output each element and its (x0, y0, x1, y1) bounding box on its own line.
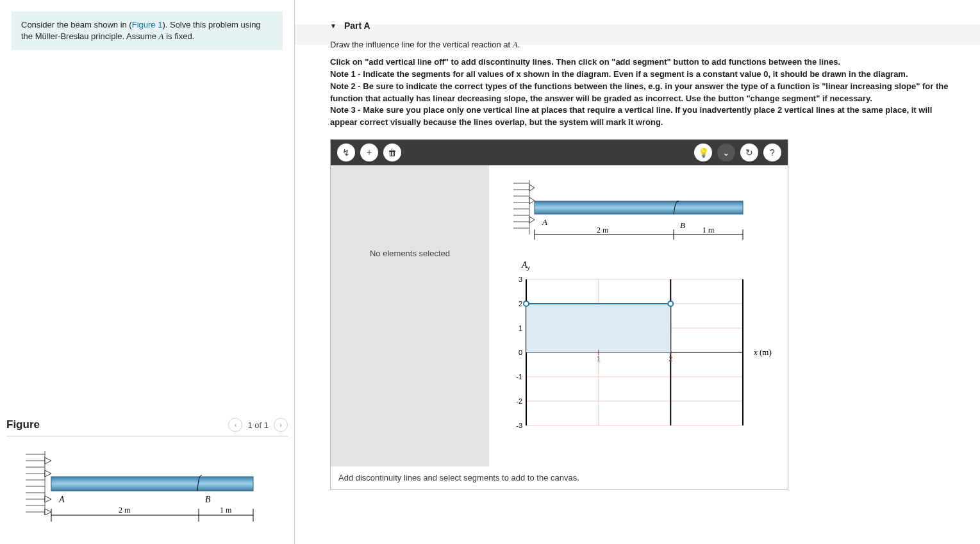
svg-marker-30 (529, 185, 535, 191)
drawing-canvas-frame: ↯ ＋ 🗑 💡 ⌄ ↻ ? No elements selected (330, 139, 788, 490)
problem-text-1: Consider the beam shown in ( (21, 20, 132, 29)
svg-text:1: 1 (519, 324, 522, 332)
instr-note3: Note 3 - Make sure you place only one ve… (330, 104, 961, 129)
part-label: Part A (344, 21, 370, 31)
svg-text:3: 3 (519, 276, 522, 283)
svg-point-57 (668, 301, 673, 306)
beam-label-A: A (58, 495, 65, 504)
svg-text:2: 2 (519, 300, 522, 308)
canvas-dim-2m: 2 m (597, 226, 609, 235)
canvas-beam-A: A (542, 217, 547, 227)
beam-figure-left: A B 2 m 1 m (6, 448, 256, 538)
figure-link[interactable]: Figure 1 (132, 20, 163, 29)
graph-xlabel: x (m) (753, 347, 772, 357)
canvas-beam-B: B (680, 220, 685, 230)
instr-note2: Note 2 - Be sure to indicate the correct… (330, 81, 961, 105)
canvas-toolbar: ↯ ＋ 🗑 💡 ⌄ ↻ ? (331, 140, 788, 165)
svg-text:0: 0 (519, 349, 522, 356)
svg-rect-54 (526, 304, 670, 352)
prompt-var: A (513, 40, 518, 49)
part-collapse-icon[interactable]: ▼ (330, 22, 336, 29)
figure-title: Figure (6, 418, 40, 431)
tool-help-button[interactable]: ? (763, 144, 781, 161)
svg-text:2: 2 (669, 355, 672, 363)
tool-select-button[interactable]: ↯ (337, 144, 355, 161)
svg-rect-33 (535, 201, 743, 214)
canvas-dim-1m: 1 m (702, 226, 715, 235)
graph-and-beam: A B 2 m 1 m Ay (494, 170, 783, 465)
dim-1m-left: 1 m (220, 506, 232, 515)
tool-expand-button[interactable]: ⌄ (717, 144, 735, 161)
canvas-bottom-hint: Add discontinuity lines and select segme… (331, 466, 788, 489)
instr-note1: Note 1 - Indicate the segments for all v… (330, 69, 961, 81)
instr-line1: Click on "add vertical line off" to add … (330, 56, 961, 69)
problem-var-A: A (159, 31, 164, 41)
figure-next-button[interactable]: › (274, 418, 288, 432)
svg-text:-3: -3 (516, 422, 522, 429)
svg-marker-11 (45, 457, 51, 464)
beam-label-B: B (205, 495, 211, 504)
svg-rect-15 (51, 477, 253, 491)
tool-delete-button[interactable]: 🗑 (383, 144, 401, 161)
svg-marker-31 (529, 197, 535, 204)
tool-hint-button[interactable]: 💡 (694, 144, 712, 161)
selection-msg: No elements selected (370, 249, 450, 258)
problem-text-3: is fixed. (164, 31, 195, 41)
svg-marker-13 (45, 496, 51, 502)
svg-text:1: 1 (597, 355, 601, 363)
selection-panel: No elements selected (331, 165, 489, 466)
graph-ylabel: Ay (521, 260, 531, 271)
problem-statement: Consider the beam shown in (Figure 1). S… (12, 12, 283, 50)
dim-2m-left: 2 m (119, 506, 131, 515)
drawing-area[interactable]: A B 2 m 1 m Ay (489, 165, 788, 466)
prompt-text-2: . (518, 40, 520, 49)
prompt-text-1: Draw the influence line for the vertical… (330, 40, 513, 49)
svg-text:-1: -1 (516, 373, 522, 381)
tool-add-button[interactable]: ＋ (360, 144, 378, 161)
figure-prev-button[interactable]: ‹ (228, 418, 242, 432)
svg-text:-2: -2 (516, 397, 522, 405)
figure-counter: 1 of 1 (247, 420, 269, 430)
tool-reset-button[interactable]: ↻ (740, 144, 758, 161)
svg-marker-32 (529, 217, 535, 223)
svg-marker-14 (45, 509, 51, 515)
svg-point-56 (524, 301, 529, 306)
svg-marker-12 (45, 470, 51, 477)
